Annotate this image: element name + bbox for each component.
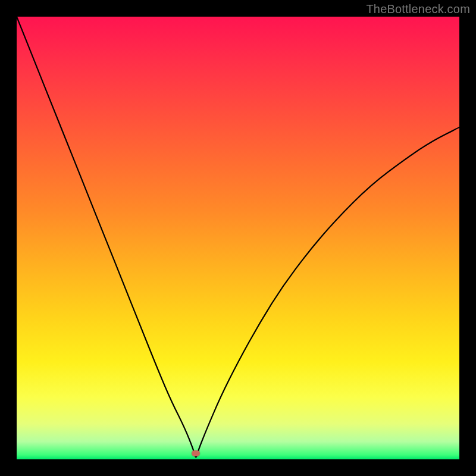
- chart-frame: TheBottleneck.com: [0, 0, 476, 476]
- optimal-marker: [192, 450, 200, 456]
- plot-area: [17, 17, 459, 459]
- bottleneck-curve: [17, 17, 459, 459]
- watermark-text: TheBottleneck.com: [366, 2, 470, 16]
- curve-path: [17, 17, 459, 457]
